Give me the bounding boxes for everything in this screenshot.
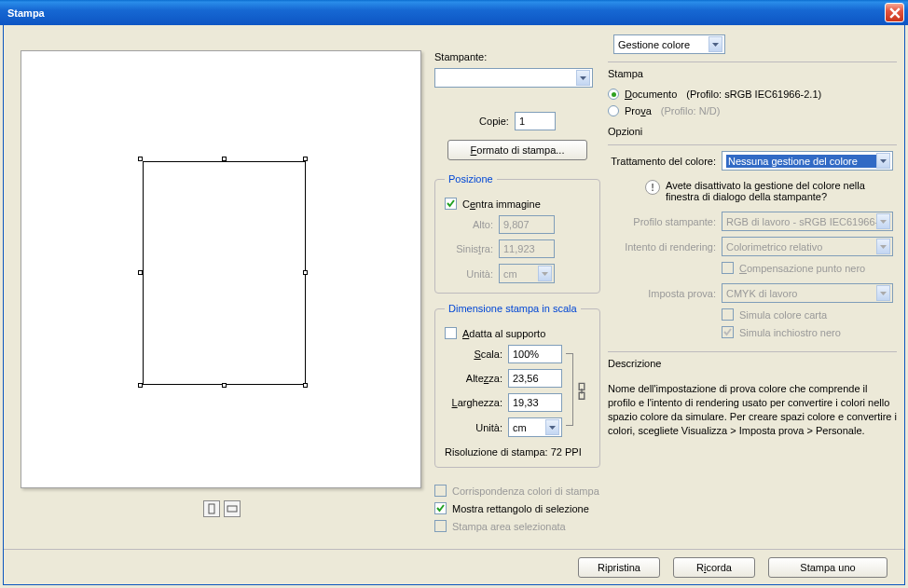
centra-immagine-checkbox[interactable]: [445, 198, 457, 210]
descrizione-heading: Descrizione: [608, 358, 897, 369]
handle-bottom-right[interactable]: [303, 383, 308, 388]
unita-pos-dropdown: cm: [499, 264, 555, 283]
chevron-down-icon: [876, 153, 890, 169]
chevron-down-icon: [876, 285, 890, 301]
chevron-down-icon: [538, 266, 552, 281]
stampa-area-checkbox: [434, 520, 447, 532]
unita-pos-label: Unità:: [445, 268, 493, 280]
formato-stampa-button[interactable]: Formato di stampa...: [447, 140, 587, 160]
trattamento-label: Trattamento del colore:: [608, 156, 716, 167]
chevron-down-icon: [576, 70, 590, 86]
right-column: Gestione colore Stampa Documento (Profil…: [608, 34, 897, 437]
landscape-button[interactable]: [224, 500, 241, 517]
alto-input: 9,807: [499, 215, 555, 234]
orientation-toggles: [203, 500, 241, 517]
adatta-supporto-checkbox[interactable]: [445, 327, 457, 339]
mostra-rettangolo-checkbox[interactable]: [434, 502, 447, 514]
stampante-dropdown[interactable]: [434, 68, 593, 88]
intento-label: Intento di rendering:: [608, 241, 716, 253]
profilo-stampante-dropdown: RGB di lavoro - sRGB IEC61966-2.1: [722, 212, 893, 231]
documento-label: Documento: [625, 89, 677, 100]
dialog-body: Stampante: Copie: 1 Formato di stampa...…: [3, 25, 905, 585]
prova-profilo: (Profilo: N/D): [661, 105, 721, 116]
compensazione-checkbox: [722, 262, 734, 274]
trattamento-dropdown[interactable]: Nessuna gestione del colore: [722, 151, 893, 171]
middle-column: Stampante: Copie: 1 Formato di stampa...…: [434, 51, 600, 532]
svg-rect-1: [227, 506, 237, 512]
dimensione-legend: Dimensione stampa in scala: [445, 303, 581, 314]
handle-top-mid[interactable]: [222, 157, 227, 161]
divider: [608, 144, 897, 145]
altezza-input[interactable]: 23,56: [508, 369, 562, 388]
adatta-supporto-label: Adatta al supporto: [462, 328, 545, 339]
chevron-down-icon: [709, 36, 722, 52]
prova-radio[interactable]: [608, 105, 619, 116]
sinistra-input: 11,923: [499, 239, 555, 258]
compensazione-label: Compensazione punto nero: [739, 263, 865, 274]
portrait-button[interactable]: [203, 500, 220, 517]
risoluzione-text: Risoluzione di stampa: 72 PPI: [445, 446, 590, 458]
posizione-group: Posizione Centra immagine Alto:9,807 Sin…: [434, 173, 600, 294]
svg-rect-0: [209, 504, 214, 513]
simula-carta-label: Simula colore carta: [739, 309, 827, 321]
link-icon[interactable]: [575, 385, 588, 398]
chevron-down-icon: [876, 213, 890, 229]
larghezza-input[interactable]: 19,33: [508, 393, 562, 412]
handle-top-left[interactable]: [138, 157, 143, 161]
documento-radio[interactable]: [608, 89, 619, 100]
preview-page[interactable]: [143, 161, 306, 385]
color-mode-dropdown[interactable]: Gestione colore: [613, 34, 725, 54]
ripristina-button[interactable]: Ripristina: [578, 557, 660, 578]
portrait-icon: [206, 503, 217, 514]
imposta-prova-dropdown: CMYK di lavoro: [722, 283, 893, 303]
window-title: Stampa: [7, 7, 885, 19]
unita-dim-dropdown[interactable]: cm: [508, 417, 562, 437]
handle-mid-left[interactable]: [138, 270, 143, 275]
stampa-uno-button[interactable]: Stampa uno: [768, 557, 887, 578]
divider: [608, 351, 897, 352]
scala-label: Scala:: [445, 349, 502, 360]
stampa-heading: Stampa: [608, 68, 897, 79]
color-mode-value: Gestione colore: [618, 39, 709, 50]
unita-dim-label: Unità:: [445, 422, 502, 433]
dimensione-group: Dimensione stampa in scala Adatta al sup…: [434, 303, 600, 468]
imposta-prova-label: Imposta prova:: [608, 288, 716, 299]
handle-mid-right[interactable]: [303, 270, 308, 275]
copie-label: Copie:: [479, 116, 509, 127]
simula-inchiostro-checkbox: [722, 326, 734, 338]
prova-label: Prova: [625, 105, 652, 116]
simula-carta-checkbox: [722, 308, 734, 321]
chevron-down-icon: [545, 419, 559, 435]
corrispondenza-checkbox: [434, 485, 447, 497]
landscape-icon: [227, 503, 238, 514]
bottom-bar: Ripristina Ricorda Stampa uno: [4, 549, 904, 584]
handle-bottom-mid[interactable]: [222, 383, 227, 388]
centra-immagine-label: Centra immagine: [462, 198, 541, 210]
ricorda-button[interactable]: Ricorda: [673, 557, 755, 578]
link-bracket: [566, 353, 573, 426]
mostra-rettangolo-label: Mostra rettangolo di selezione: [452, 503, 589, 514]
titlebar: Stampa: [0, 0, 908, 25]
altezza-label: Altezza:: [445, 373, 502, 384]
handle-bottom-left[interactable]: [138, 383, 143, 388]
documento-profilo: (Profilo: sRGB IEC61966-2.1): [686, 89, 821, 100]
alto-label: Alto:: [445, 219, 493, 230]
sinistra-label: Sinistra:: [445, 243, 493, 254]
stampante-label: Stampante:: [434, 51, 600, 62]
handle-top-right[interactable]: [303, 157, 308, 161]
opzioni-heading: Opzioni: [608, 126, 897, 137]
corrispondenza-label: Corrispondenza colori di stampa: [452, 485, 599, 497]
stampa-area-label: Stampa area selezionata: [452, 521, 566, 532]
close-button[interactable]: [885, 3, 904, 22]
chevron-down-icon: [876, 239, 890, 254]
descrizione-text: Nome dell'impostazione di prova colore c…: [608, 382, 897, 437]
scala-input[interactable]: 100%: [508, 345, 562, 363]
warning-icon: !: [645, 180, 660, 195]
profilo-stampante-label: Profilo stampante:: [608, 216, 716, 227]
copie-input[interactable]: 1: [515, 112, 556, 130]
print-preview: [21, 50, 421, 488]
larghezza-label: Larghezza:: [445, 397, 502, 408]
intento-dropdown: Colorimetrico relativo: [722, 237, 893, 256]
simula-inchiostro-label: Simula inchiostro nero: [739, 327, 841, 338]
divider: [608, 62, 897, 62]
